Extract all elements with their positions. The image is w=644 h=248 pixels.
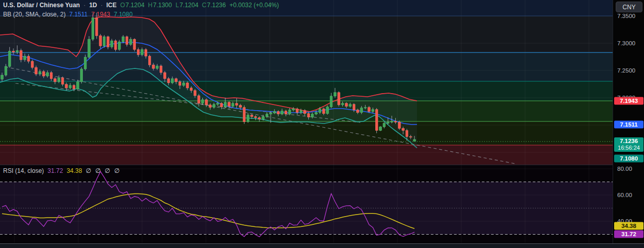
bb-basis-value: 7.1511 (69, 11, 88, 18)
separator-dot: · (101, 2, 103, 9)
axis-tick: 7.3000 (617, 40, 635, 46)
bb-upper-badge: 7.1943 (614, 97, 643, 105)
rsi-value-badge: 31.72 (614, 231, 643, 238)
chart-canvas[interactable] (0, 0, 644, 248)
symbol-title[interactable]: U.S. Dollar / Chinese Yuan (3, 2, 80, 9)
rsi-empty-value: ∅ (114, 167, 120, 174)
time-axis[interactable] (0, 243, 644, 248)
bb-upper-value: 7.1943 (91, 11, 110, 18)
bb-lower-badge: 7.1080 (614, 155, 643, 163)
ohlc-close: C7.1236 (202, 2, 225, 9)
bb-basis-badge: 7.1511 (614, 121, 643, 129)
bb-legend-row[interactable]: BB (20, SMA, close, 2) 7.1511 7.1943 7.1… (3, 11, 133, 18)
bb-indicator-label[interactable]: BB (20, SMA, close, 2) (3, 11, 65, 18)
ohlc-low: L7.1204 (176, 2, 198, 9)
rsi-indicator-label[interactable]: RSI (14, close) (3, 167, 44, 174)
bb-lower-value: 7.1080 (114, 11, 133, 18)
axis-tick: 7.2500 (617, 67, 635, 74)
price-axis[interactable]: CNY 7.35007.30007.25007.200080.0060.0040… (613, 0, 644, 243)
rsi-empty-value: ∅ (95, 167, 101, 174)
timeframe-label[interactable]: 1D (89, 2, 97, 9)
rsi-empty-value: ∅ (105, 167, 110, 174)
rsi-empty-value: ∅ (85, 167, 91, 174)
ohlc-high: H7.1300 (148, 2, 172, 9)
rsi-value: 31.72 (47, 167, 63, 174)
axis-tick: 80.00 (617, 166, 632, 172)
last-price-badge: 7.123616:56:24 (614, 137, 643, 152)
price-change: +0.0032 (+0.04%) (230, 2, 279, 9)
currency-toggle-button[interactable]: CNY (616, 2, 642, 12)
ohlc-open: O7.1204 (120, 2, 145, 9)
symbol-legend-row[interactable]: U.S. Dollar / Chinese Yuan · 1D · ICE O7… (3, 2, 279, 9)
axis-tick: 7.3500 (617, 13, 635, 19)
separator-dot: · (83, 2, 85, 9)
exchange-label: ICE (107, 2, 117, 9)
trading-chart-app: U.S. Dollar / Chinese Yuan · 1D · ICE O7… (0, 0, 644, 248)
rsi-legend-row[interactable]: RSI (14, close) 31.72 34.38 ∅ ∅ ∅ ∅ (3, 167, 120, 174)
rsi-ma-badge: 34.38 (614, 222, 643, 230)
axis-tick: 60.00 (617, 192, 632, 198)
rsi-ma-value: 34.38 (66, 167, 82, 174)
